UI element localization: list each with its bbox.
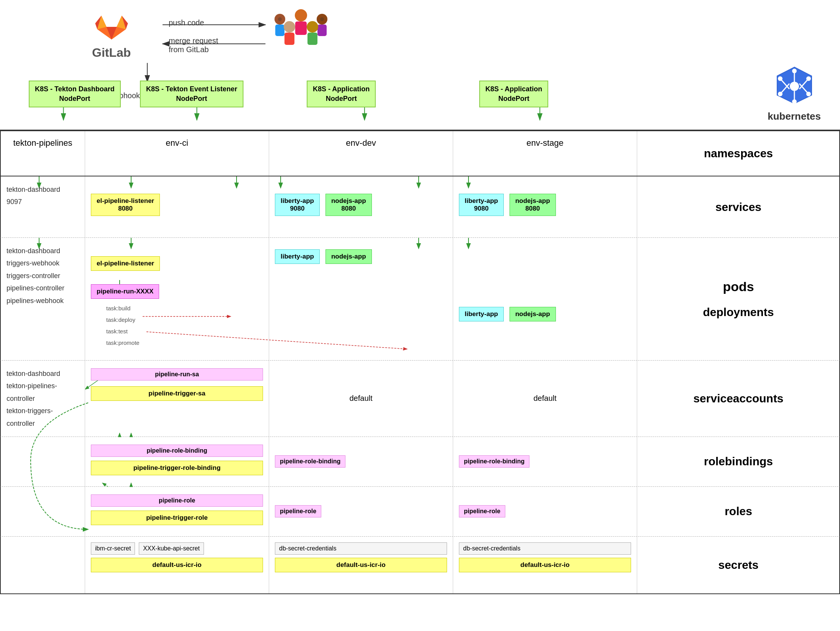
liberty-app-service-dev: liberty-app9080 [275, 194, 320, 216]
svg-point-31 [778, 76, 782, 81]
secrets-col2: ibm-cr-secret XXX-kube-api-secret defaul… [85, 537, 269, 593]
kubernetes-logo: kubernetes [768, 65, 821, 122]
el-pipeline-listener-service: el-pipeline-listener8080 [91, 194, 160, 216]
sa-col2: pipeline-run-sa pipeline-trigger-sa [85, 361, 269, 437]
pipeline-trigger-sa: pipeline-trigger-sa [91, 386, 263, 401]
svg-point-11 [295, 9, 307, 21]
main-grid: tekton-pipelines env-ci env-dev env-stag… [0, 130, 840, 594]
secrets-col4: db-secret-credentials default-us-icr-io [453, 537, 637, 593]
roles-row: pipeline-role pipeline-trigger-role pipe… [0, 487, 840, 537]
k8s-box-3: K8S - ApplicationNodePort [307, 81, 376, 107]
svg-point-30 [792, 99, 797, 104]
roles-col3: pipeline-role [269, 487, 453, 536]
nodejs-app-pod-dev: nodejs-app [325, 249, 372, 264]
svg-rect-18 [307, 33, 317, 45]
nodejs-app-service-dev: nodejs-app8080 [325, 194, 372, 216]
svg-rect-12 [295, 21, 307, 35]
rb-col1 [1, 437, 85, 486]
svg-point-34 [806, 76, 811, 81]
svg-point-33 [778, 92, 782, 96]
svg-point-29 [792, 69, 797, 73]
kubernetes-label: kubernetes [768, 110, 821, 122]
rolebindings-label: rolebindings [704, 455, 773, 468]
header-col4: env-stage [453, 131, 637, 176]
svg-rect-10 [275, 25, 284, 36]
svg-point-22 [790, 82, 799, 91]
serviceaccounts-label: serviceaccounts [693, 392, 783, 405]
pods-deployments-label: pods deployments [637, 238, 840, 360]
nodejs-app-service-stage: nodejs-app8080 [510, 194, 556, 216]
pipeline-trigger-role-binding: pipeline-trigger-role-binding [91, 461, 263, 475]
secrets-label-text: secrets [718, 559, 758, 572]
svg-point-17 [307, 21, 318, 33]
secrets-row: ibm-cr-secret XXX-kube-api-secret defaul… [0, 537, 840, 594]
page-wrapper: GitLab push code merge request from GitL… [0, 0, 840, 594]
serviceaccounts-row: tekton-dashboard tekton-pipelines-contro… [0, 361, 840, 437]
pipeline-role-ci: pipeline-role [91, 494, 263, 507]
svg-point-20 [320, 17, 324, 21]
nodejs-app-pod-stage: nodejs-app [510, 307, 556, 321]
roles-col1 [1, 487, 85, 536]
rb-col2: pipeline-role-binding pipeline-trigger-r… [85, 437, 269, 486]
rolebindings-row: pipeline-role-binding pipeline-trigger-r… [0, 437, 840, 487]
sa-col3-text: default [349, 394, 372, 403]
roles-label: roles [637, 487, 840, 536]
secrets-col1 [1, 537, 85, 593]
pipeline-role-binding-stage: pipeline-role-binding [459, 455, 529, 468]
pods-col4: liberty-app nodejs-app [453, 238, 637, 360]
rb-label: rolebindings [637, 437, 840, 486]
svg-rect-14 [317, 25, 327, 36]
ibm-cr-secret: ibm-cr-secret [91, 542, 135, 555]
pods-col1: tekton-dashboard triggers-webhook trigge… [1, 238, 85, 360]
pipeline-role-dev: pipeline-role [275, 505, 321, 517]
liberty-app-service-stage: liberty-app9080 [459, 194, 504, 216]
svg-point-32 [806, 92, 811, 96]
kubernetes-icon [773, 65, 815, 107]
tekton-dashboard-port: 9097 [7, 196, 79, 208]
pipeline-role-binding-dev: pipeline-role-binding [275, 455, 345, 468]
header-col1: tekton-pipelines [1, 131, 85, 176]
liberty-app-pod-dev: liberty-app [275, 249, 320, 264]
pipeline-trigger-role: pipeline-trigger-role [91, 511, 263, 525]
gitlab-fox-icon [94, 12, 129, 42]
xxx-kube-api-secret: XXX-kube-api-secret [139, 542, 204, 555]
sa-col1: tekton-dashboard tekton-pipelines-contro… [1, 361, 85, 437]
sa-col4: default [453, 361, 637, 437]
header-col3: env-dev [269, 131, 453, 176]
sa-col3: default [269, 361, 453, 437]
tekton-dashboard-label: tekton-dashboard [7, 183, 79, 196]
rb-col3: pipeline-role-binding [269, 437, 453, 486]
k8s-box-1: K8S - Tekton DashboardNodePort [29, 81, 121, 107]
services-col4: liberty-app9080 nodejs-app8080 [453, 176, 637, 237]
pods-col3: liberty-app nodejs-app [269, 238, 453, 360]
task-list: task:build task:deploy task:test task:pr… [102, 303, 263, 349]
svg-point-15 [284, 21, 295, 33]
services-col3: liberty-app9080 nodejs-app8080 [269, 176, 453, 237]
pipeline-run-sa: pipeline-run-sa [91, 368, 263, 381]
deployments-label: deployments [703, 306, 774, 319]
people-icon [268, 6, 334, 57]
default-us-icr-io-ci: default-us-icr-io [91, 558, 263, 572]
people-svg [268, 6, 334, 56]
top-section: GitLab push code merge request from GitL… [0, 0, 840, 130]
default-us-icr-io-dev: default-us-icr-io [275, 558, 447, 572]
db-secret-credentials-dev: db-secret-credentials [275, 542, 447, 555]
services-row: tekton-dashboard 9097 el-pipeline-listen… [0, 176, 840, 238]
svg-rect-16 [284, 33, 294, 45]
pods-col2: el-pipeline-listener pipeline-run-XXXX t… [85, 238, 269, 360]
pods-label: pods [723, 279, 754, 294]
svg-point-19 [278, 17, 282, 21]
secrets-col3: db-secret-credentials default-us-icr-io [269, 537, 453, 593]
roles-col4: pipeline-role [453, 487, 637, 536]
sa-col4-text: default [533, 394, 556, 403]
rb-col4: pipeline-role-binding [453, 437, 637, 486]
header-col2: env-ci [85, 131, 269, 176]
gitlab-logo: GitLab [92, 12, 131, 60]
merge-request-label: merge request from GitLab [169, 36, 218, 54]
liberty-app-pod-stage: liberty-app [459, 307, 504, 321]
secrets-label: secrets [637, 537, 840, 593]
pipeline-run-xxxx: pipeline-run-XXXX [91, 284, 159, 299]
k8s-box-2: K8S - Tekton Event ListenerNodePort [140, 81, 243, 107]
k8s-box-4: K8S - ApplicationNodePort [479, 81, 548, 107]
db-secret-credentials-stage: db-secret-credentials [459, 542, 631, 555]
